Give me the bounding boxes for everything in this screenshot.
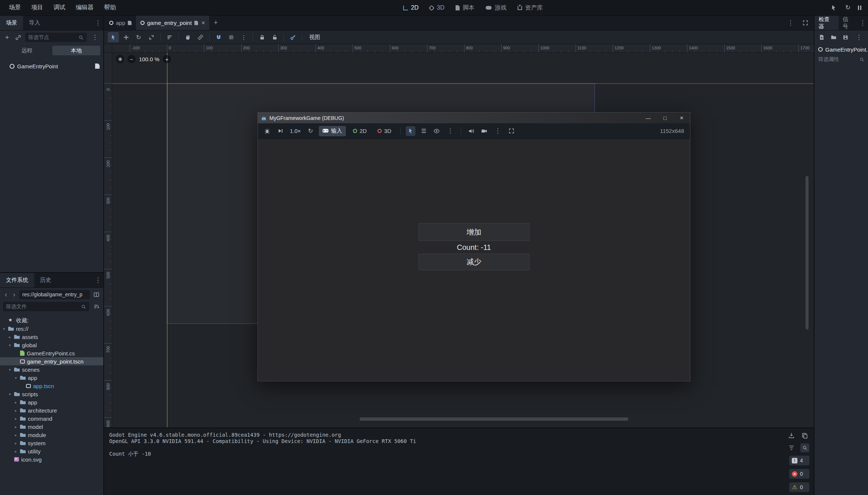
instantiate-scene-icon[interactable] — [14, 33, 22, 42]
time-scale-value[interactable]: 1.0× — [288, 128, 302, 134]
load-resource-icon[interactable] — [830, 33, 838, 42]
pause-icon[interactable] — [858, 6, 861, 10]
expand-arrow-icon[interactable] — [15, 425, 20, 429]
mode-2d-toggle[interactable]: 2D — [349, 126, 370, 136]
close-window-icon[interactable]: × — [673, 113, 690, 123]
move-tool-icon[interactable] — [120, 32, 132, 42]
file-tree-row[interactable]: module — [0, 431, 103, 439]
rotate-tool-icon[interactable]: ↻ — [133, 32, 144, 42]
scene-dock-options-icon[interactable]: ⋮ — [90, 34, 100, 40]
input-mode-toggle[interactable]: 输入 — [319, 126, 346, 136]
dock-menu-icon[interactable]: ⋮ — [93, 273, 103, 287]
mode-3d-toggle[interactable]: 3D — [374, 126, 395, 136]
expand-arrow-icon[interactable] — [15, 433, 20, 437]
ruler-tool-icon[interactable] — [195, 32, 206, 42]
file-tree-row[interactable]: GameEntryPoint.cs — [0, 349, 103, 357]
workspace-tab[interactable]: 脚本 — [450, 0, 480, 16]
next-frame-icon[interactable] — [275, 126, 285, 136]
selection-options-icon[interactable]: ⋮ — [445, 128, 456, 134]
history-back-icon[interactable]: ‹ — [3, 291, 9, 299]
expand-arrow-icon[interactable] — [15, 449, 20, 453]
output-count-badge[interactable]: 4 — [789, 456, 809, 465]
inspected-node-row[interactable]: GameEntryPoint... — [814, 44, 868, 55]
canvas-horizontal-scrollbar[interactable] — [360, 417, 628, 421]
decrease-button[interactable]: 减少 — [418, 254, 529, 270]
new-resource-icon[interactable] — [818, 33, 826, 42]
file-tree-row[interactable]: app.tscn — [0, 382, 103, 390]
cursor-icon[interactable] — [830, 4, 838, 12]
zoom-out-icon[interactable]: − — [127, 55, 136, 63]
file-tree-row[interactable]: global — [0, 341, 103, 349]
file-tree-row[interactable]: scripts — [0, 390, 103, 398]
filter-properties-input[interactable]: 筛选属性 — [814, 55, 868, 64]
expand-arrow-icon[interactable] — [15, 408, 20, 413]
embed-fullscreen-icon[interactable] — [506, 126, 516, 136]
output-count-badge[interactable]: 0 — [789, 482, 809, 492]
scene-tab[interactable]: app × — [105, 16, 136, 30]
smart-snap-icon[interactable] — [213, 32, 224, 42]
node-list-icon[interactable] — [419, 126, 428, 136]
local-button[interactable]: 本地 — [52, 46, 100, 55]
workspace-tab[interactable]: 2D — [398, 0, 424, 16]
dock-menu-icon[interactable]: ⋮ — [857, 16, 868, 30]
attached-script-icon[interactable] — [95, 63, 100, 69]
file-tree-row[interactable]: 收藏: — [0, 316, 103, 325]
file-tree-row[interactable]: system — [0, 439, 103, 447]
zoom-level[interactable]: 100.0 % — [139, 56, 159, 62]
output-count-badge[interactable]: 0 — [789, 469, 809, 479]
dock-menu-icon[interactable]: ⋮ — [93, 16, 103, 30]
expand-arrow-icon[interactable] — [15, 400, 20, 404]
add-node-icon[interactable]: + — [3, 33, 11, 42]
game-debug-window[interactable]: MyGFrameworkGame (DEBUG) — □ × 1.0× ↻ 输入 — [258, 112, 690, 381]
camera-override-icon[interactable] — [479, 126, 489, 136]
save-output-icon[interactable] — [787, 431, 796, 440]
file-tree-row[interactable]: icon.svg — [0, 455, 103, 463]
center-view-icon[interactable] — [116, 55, 124, 63]
expand-arrow-icon[interactable] — [15, 417, 20, 421]
menubar-item[interactable]: 场景 — [4, 0, 26, 15]
file-tree-row[interactable]: assets — [0, 333, 103, 341]
expand-viewport-icon[interactable] — [801, 19, 809, 27]
file-tree-row[interactable]: scenes — [0, 365, 103, 374]
snap-options-icon[interactable]: ⋮ — [238, 32, 249, 42]
expand-arrow-icon[interactable] — [9, 335, 14, 339]
scale-tool-icon[interactable] — [146, 32, 157, 42]
menubar-item[interactable]: 帮助 — [99, 0, 121, 15]
split-view-icon[interactable] — [92, 290, 100, 299]
view-menu[interactable]: 视图 — [305, 34, 324, 41]
save-resource-icon[interactable] — [842, 33, 849, 42]
file-tree-row[interactable]: model — [0, 423, 103, 431]
search-output-icon[interactable] — [800, 443, 809, 452]
reset-speed-icon[interactable]: ↻ — [306, 126, 315, 136]
new-scene-tab-button[interactable]: + — [209, 16, 222, 30]
scene-tab[interactable]: game_entry_point × — [136, 16, 209, 30]
workspace-tab[interactable]: 游戏 — [480, 0, 512, 16]
expand-arrow-icon[interactable] — [15, 376, 20, 380]
filter-messages-icon[interactable] — [787, 443, 796, 452]
scene-tab-list-icon[interactable]: ⋮ — [785, 20, 796, 26]
filter-nodes-input[interactable]: 筛选节点 — [25, 33, 87, 42]
dock-tab[interactable]: 场景 — [0, 16, 23, 30]
maximize-window-icon[interactable]: □ — [657, 113, 673, 123]
scene-tree-root-node[interactable]: GameEntryPoint — [0, 61, 103, 71]
file-tree-row[interactable]: utility — [0, 447, 103, 455]
game-window-titlebar[interactable]: MyGFrameworkGame (DEBUG) — □ × — [258, 113, 690, 123]
zoom-in-icon[interactable]: + — [163, 55, 171, 63]
file-tree-row[interactable]: architecture — [0, 406, 103, 414]
dock-tab[interactable]: 信号 — [839, 16, 857, 30]
canvas-vertical-scrollbar[interactable] — [806, 176, 809, 329]
workspace-tab[interactable]: 资产库 — [512, 0, 548, 16]
menubar-item[interactable]: 项目 — [26, 0, 48, 15]
file-tree-row[interactable]: command — [0, 414, 103, 423]
reload-icon[interactable]: ↻ — [845, 4, 851, 11]
minimize-window-icon[interactable]: — — [640, 113, 657, 123]
dock-tab[interactable]: 历史 — [34, 273, 57, 287]
expand-arrow-icon[interactable] — [15, 441, 20, 445]
dock-tab[interactable]: 导入 — [23, 16, 46, 30]
runtime-select-tool-icon[interactable] — [406, 126, 415, 136]
dock-tab[interactable]: 检查器 — [814, 16, 839, 30]
animation-key-icon[interactable] — [287, 32, 298, 42]
debug-session-icon[interactable] — [262, 126, 272, 136]
history-forward-icon[interactable]: › — [11, 291, 17, 299]
unlock-node-icon[interactable] — [269, 32, 280, 42]
